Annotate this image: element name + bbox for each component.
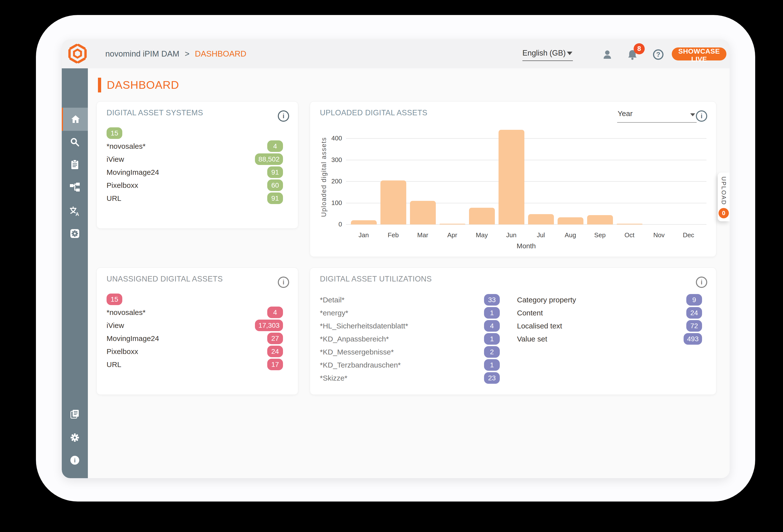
sidebar-item-translations[interactable]: A bbox=[62, 200, 88, 223]
item-label: Localised text bbox=[517, 322, 562, 330]
breadcrumb-app[interactable]: novomind iPIM DAM bbox=[105, 49, 179, 59]
upload-tab-label: UPLOAD bbox=[720, 176, 727, 205]
item-label: *HL_Sicherheitsdatenblatt* bbox=[320, 322, 408, 330]
item-label: *novosales* bbox=[106, 308, 146, 317]
list-item: *HL_Sicherheitsdatenblatt* 4 bbox=[320, 319, 500, 332]
unassigned-list: *novosales* 4 iView 17,303 MovingImage24… bbox=[106, 306, 283, 371]
list-item: URL 91 bbox=[106, 192, 283, 205]
item-label: URL bbox=[106, 360, 121, 369]
systems-list: *novosales* 4 iView 88,502 MovingImage24… bbox=[106, 140, 283, 205]
card-title: UPLOADED DIGITAL ASSETS bbox=[320, 108, 428, 117]
item-label: *Skizze* bbox=[320, 374, 347, 382]
x-tick-label: Nov bbox=[646, 231, 672, 239]
list-item: MovingImage24 91 bbox=[106, 166, 283, 179]
list-item: iView 17,303 bbox=[106, 319, 283, 332]
info-icon[interactable]: i bbox=[278, 276, 289, 288]
list-item: Value set 493 bbox=[517, 332, 702, 345]
sidebar-item-home[interactable] bbox=[62, 108, 88, 131]
x-tick-label: Jun bbox=[499, 231, 524, 239]
utilizations-right-column: Category property 9 Content 24 Localised… bbox=[517, 293, 702, 345]
bar-jun bbox=[499, 130, 524, 225]
list-item: *KD_Anpassbereich* 1 bbox=[320, 332, 500, 345]
list-item: *Skizze* 23 bbox=[320, 371, 500, 385]
sidebar-item-library[interactable] bbox=[62, 403, 88, 426]
list-item: Content 24 bbox=[517, 306, 702, 319]
user-icon[interactable] bbox=[601, 49, 613, 61]
x-tick-label: Jul bbox=[528, 231, 554, 239]
digital-asset-utilizations-card: DIGITAL ASSET UTILIZATIONS i *Detail* 33… bbox=[310, 267, 716, 395]
chart-xlabels: JanFebMarAprMayJunJulAugSepOctNovDec bbox=[346, 231, 707, 240]
showcase-live-button[interactable]: SHOWCASE LIVE bbox=[672, 47, 726, 61]
sidebar-item-structure[interactable] bbox=[62, 176, 88, 199]
item-label: *Detail* bbox=[320, 296, 345, 304]
list-item: *KD_Messergebnisse* 2 bbox=[320, 345, 500, 359]
count-badge: 27 bbox=[267, 333, 283, 344]
bar-may bbox=[469, 208, 495, 225]
count-badge: 91 bbox=[267, 193, 283, 204]
sidebar-item-search[interactable] bbox=[62, 131, 88, 154]
card-title: DIGITAL ASSET SYSTEMS bbox=[106, 108, 203, 117]
info-icon[interactable]: i bbox=[696, 110, 707, 122]
bar-mar bbox=[410, 201, 436, 225]
item-label: *KD_Messergebnisse* bbox=[320, 348, 394, 356]
x-tick-label: May bbox=[469, 231, 495, 239]
settings-box-icon bbox=[69, 228, 80, 239]
translate-icon: A bbox=[69, 206, 80, 217]
count-badge: 60 bbox=[267, 179, 283, 191]
language-select[interactable]: English (GB) bbox=[523, 47, 573, 61]
count-badge: 17 bbox=[267, 359, 283, 370]
list-item: *novosales* 4 bbox=[106, 306, 283, 319]
y-tick-label: 100 bbox=[332, 199, 342, 207]
count-badge: 24 bbox=[267, 346, 283, 357]
item-label: MovingImage24 bbox=[106, 168, 159, 176]
info-icon[interactable]: i bbox=[278, 110, 289, 122]
sidebar: A bbox=[62, 68, 88, 478]
canvas: novomind iPIM DAM > DASHBOARD English (G… bbox=[0, 0, 783, 532]
item-label: URL bbox=[106, 194, 121, 203]
info-icon[interactable]: i bbox=[696, 276, 707, 288]
count-badge: 4 bbox=[267, 140, 283, 152]
sidebar-item-info[interactable]: i bbox=[62, 448, 88, 472]
utilizations-left-column: *Detail* 33 *energy* 1 *HL_Sicherheitsda… bbox=[320, 293, 500, 385]
page-title-block: DASHBOARD bbox=[98, 78, 179, 93]
list-item: *KD_Terzbandrauschen* 1 bbox=[320, 359, 500, 371]
bar-feb bbox=[380, 180, 406, 225]
help-icon[interactable]: ? bbox=[652, 49, 664, 61]
gear-icon bbox=[69, 432, 80, 443]
gridline bbox=[346, 138, 707, 139]
x-tick-label: Aug bbox=[558, 231, 584, 239]
item-label: Category property bbox=[517, 296, 576, 304]
app-window: novomind iPIM DAM > DASHBOARD English (G… bbox=[62, 39, 730, 478]
novomind-logo-icon[interactable] bbox=[67, 43, 88, 64]
sidebar-item-tasks[interactable] bbox=[62, 153, 88, 176]
item-label: *novosales* bbox=[106, 142, 146, 151]
upload-count-badge: 0 bbox=[719, 208, 729, 218]
count-badge: 91 bbox=[267, 166, 283, 178]
count-badge: 17,303 bbox=[255, 320, 283, 331]
list-item: Category property 9 bbox=[517, 293, 702, 306]
count-badge: 4 bbox=[484, 320, 500, 332]
digital-asset-systems-card: DIGITAL ASSET SYSTEMS i 15 *novosales* 4… bbox=[96, 101, 298, 229]
item-label: *energy* bbox=[320, 309, 348, 317]
sidebar-item-settings[interactable] bbox=[62, 426, 88, 449]
breadcrumb-page[interactable]: DASHBOARD bbox=[195, 49, 246, 59]
item-label: Pixelboxx bbox=[106, 347, 138, 356]
count-badge: 493 bbox=[684, 333, 702, 345]
year-filter-select[interactable]: Year bbox=[617, 107, 697, 123]
item-label: MovingImage24 bbox=[106, 334, 159, 343]
item-label: Content bbox=[517, 309, 543, 317]
title-accent-bar bbox=[98, 78, 101, 93]
unassigned-digital-assets-card: UNASSIGNED DIGITAL ASSETS i 15 *novosale… bbox=[96, 267, 298, 395]
upload-tab[interactable]: UPLOAD 0 bbox=[718, 173, 730, 221]
sidebar-item-configuration[interactable] bbox=[62, 222, 88, 245]
search-icon bbox=[69, 137, 80, 147]
count-badge: 9 bbox=[686, 294, 702, 306]
device-frame: novomind iPIM DAM > DASHBOARD English (G… bbox=[36, 15, 755, 501]
notification-badge: 8 bbox=[634, 43, 645, 54]
count-badge: 1 bbox=[484, 359, 500, 371]
bar-oct bbox=[617, 224, 643, 225]
list-item: *Detail* 33 bbox=[320, 293, 500, 306]
item-label: *KD_Terzbandrauschen* bbox=[320, 361, 401, 369]
item-label: Value set bbox=[517, 335, 547, 343]
list-item: MovingImage24 27 bbox=[106, 332, 283, 345]
